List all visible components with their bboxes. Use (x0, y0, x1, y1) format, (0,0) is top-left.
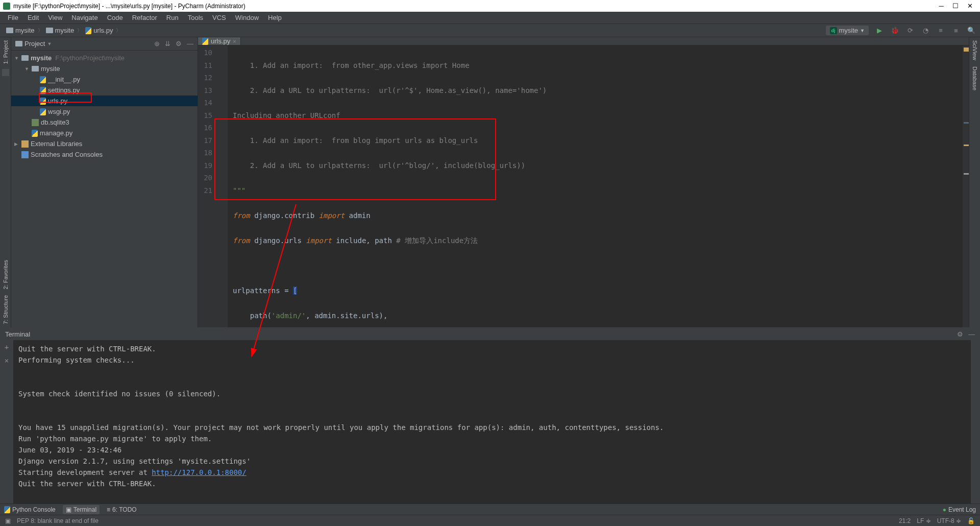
breadcrumb-file[interactable]: urls.py (83, 27, 115, 34)
editor-tab-urls[interactable]: urls.py × (198, 37, 241, 45)
tw-todo[interactable]: ≡6: TODO (107, 506, 137, 513)
tab-project[interactable]: 1: Project (2, 37, 10, 67)
add-icon[interactable]: + (5, 343, 9, 351)
menu-help[interactable]: Help (263, 14, 286, 21)
python-icon (40, 98, 46, 105)
terminal-scrollbar[interactable] (971, 340, 980, 504)
menu-vcs[interactable]: VCS (208, 14, 231, 21)
tree-file-manage[interactable]: manage.py (11, 128, 198, 138)
status-line-ending[interactable]: LF ≑ (917, 517, 930, 524)
menu-code[interactable]: Code (103, 14, 128, 21)
line-gutter: 101112 131415 161718 192021 (198, 45, 228, 327)
tab-favorites[interactable]: 2: Favorites (2, 257, 10, 292)
breadcrumb-root[interactable]: mysite (4, 27, 37, 34)
tree-file-settings[interactable]: settings.py (11, 85, 198, 95)
django-icon: dj (830, 27, 837, 34)
editor-area: urls.py × 101112 131415 161718 192021 1.… (198, 37, 969, 327)
project-panel-header: Project ▼ ⊕ ⇊ ⚙ — (11, 37, 198, 51)
menu-view[interactable]: View (43, 14, 67, 21)
project-panel: Project ▼ ⊕ ⇊ ⚙ — ▼mysiteF:\pythonProjec… (11, 37, 198, 327)
folder-icon (46, 28, 53, 33)
chevron-down-icon[interactable]: ▼ (47, 41, 52, 46)
todo-icon: ≡ (107, 506, 110, 513)
menu-tools[interactable]: Tools (183, 14, 208, 21)
tool-window-bar: Python Console ▣Terminal ≡6: TODO ●Event… (0, 504, 980, 515)
tab-sciview[interactable]: SciView (971, 37, 979, 63)
profile-button[interactable]: ◔ (921, 26, 930, 35)
terminal-header: Terminal ⚙ — (0, 328, 980, 340)
close-icon[interactable]: × (5, 356, 9, 365)
minimize-button[interactable]: ─ (934, 2, 948, 10)
breadcrumb-folder[interactable]: mysite (44, 27, 77, 34)
tw-python-console[interactable]: Python Console (4, 506, 56, 513)
python-icon (40, 76, 46, 83)
folder-icon (15, 41, 22, 46)
python-icon (40, 87, 46, 94)
status-encoding[interactable]: UTF-8 ≑ (937, 517, 961, 524)
tree-file-urls[interactable]: urls.py (11, 95, 198, 106)
tab-structure[interactable]: 7: Structure (2, 292, 10, 327)
tree-root[interactable]: ▼mysiteF:\pythonProject\mysite (11, 53, 198, 63)
menu-run[interactable]: Run (162, 14, 183, 21)
db-icon (32, 119, 39, 126)
tree-folder[interactable]: ▼mysite (11, 63, 198, 74)
hide-icon[interactable]: — (187, 40, 193, 47)
tree-scratches[interactable]: Scratches and Consoles (11, 149, 198, 160)
chevron-icon: 〉 (115, 27, 122, 34)
gear-icon[interactable]: ⚙ (957, 330, 963, 338)
tool-square-icon[interactable] (2, 69, 9, 76)
menu-window[interactable]: Window (231, 14, 263, 21)
folder-icon (32, 66, 39, 71)
status-bar: ▣ PEP 8: blank line at end of file 21:2 … (0, 515, 980, 526)
python-icon (85, 27, 91, 34)
status-caret-pos[interactable]: 21:2 (899, 517, 911, 524)
chevron-down-icon: ▼ (860, 28, 865, 33)
tw-terminal[interactable]: ▣Terminal (63, 505, 100, 514)
bottom-bars: Python Console ▣Terminal ≡6: TODO ●Event… (0, 504, 980, 526)
chevron-icon: 〉 (76, 27, 83, 34)
scratches-icon (21, 151, 29, 158)
editor-markers (963, 45, 969, 327)
python-icon (202, 38, 208, 45)
tree-file-wsgi[interactable]: wsgi.py (11, 106, 198, 117)
tab-database[interactable]: Database (971, 63, 979, 93)
python-icon (40, 108, 46, 115)
locate-icon[interactable]: ⊕ (154, 40, 160, 47)
menu-bar: File Edit View Navigate Code Refactor Ru… (0, 12, 980, 24)
tree-file-init[interactable]: __init__.py (11, 74, 198, 85)
menu-navigate[interactable]: Navigate (67, 14, 102, 21)
code-editor[interactable]: 101112 131415 161718 192021 1. Add an im… (198, 45, 969, 327)
search-button[interactable]: 🔍 (967, 26, 976, 35)
python-icon (32, 130, 38, 137)
server-url-link[interactable]: http://127.0.0.1:8000/ (152, 468, 246, 476)
tw-event-log[interactable]: ●Event Log (943, 506, 976, 513)
tree-libs[interactable]: ▶External Libraries (11, 138, 198, 149)
maximize-button[interactable]: ☐ (948, 2, 963, 10)
status-lock-icon[interactable]: 🔓 (967, 517, 975, 524)
chevron-icon: 〉 (37, 27, 44, 34)
hide-icon[interactable]: — (968, 330, 975, 338)
menu-file[interactable]: File (3, 14, 23, 21)
menu-edit[interactable]: Edit (23, 14, 43, 21)
navigation-bar: mysite 〉 mysite 〉 urls.py 〉 dj mysite ▼ … (0, 24, 980, 37)
project-title: Project (24, 40, 45, 47)
terminal-output[interactable]: Quit the server with CTRL-BREAK. Perform… (13, 340, 971, 504)
tree-file-db[interactable]: db.sqlite3 (11, 117, 198, 128)
menu-refactor[interactable]: Refactor (128, 14, 162, 21)
attach-button[interactable]: ≡ (936, 26, 945, 35)
run-coverage-button[interactable]: ⟳ (905, 26, 915, 35)
status-message: PEP 8: blank line at end of file (17, 517, 99, 524)
code-content[interactable]: 1. Add an import: from other_app.views i… (228, 45, 963, 327)
stop-button[interactable]: ■ (951, 26, 961, 35)
pycharm-icon (3, 3, 10, 10)
run-button[interactable]: ▶ (875, 26, 884, 35)
event-log-icon: ● (943, 506, 946, 513)
title-bar: mysite [F:\pythonProject\mysite] - ...\m… (0, 0, 980, 12)
collapse-icon[interactable]: ⇊ (165, 40, 170, 47)
gear-icon[interactable]: ⚙ (176, 40, 182, 47)
close-button[interactable]: ✕ (963, 2, 977, 10)
debug-button[interactable]: 🐞 (890, 26, 899, 35)
project-tree: ▼mysiteF:\pythonProject\mysite ▼mysite _… (11, 51, 198, 327)
close-icon[interactable]: × (233, 38, 236, 44)
run-configuration[interactable]: dj mysite ▼ (826, 26, 869, 35)
